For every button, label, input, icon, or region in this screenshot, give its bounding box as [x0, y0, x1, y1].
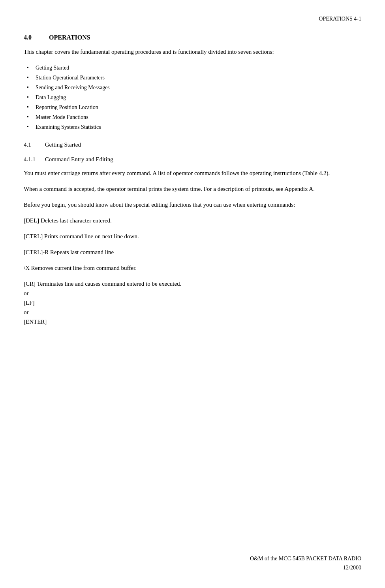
intro-paragraph: This chapter covers the fundamental oper…: [24, 47, 361, 57]
list-item: Sending and Receiving Messages: [24, 83, 361, 92]
page-header: OPERATIONS 4-1: [24, 16, 361, 22]
subsection-41-title: Getting Started: [45, 141, 81, 148]
cr-line2: or: [24, 288, 361, 298]
subsection-411-number: 4.1.1: [24, 156, 43, 163]
section-title: 4.0 OPERATIONS: [24, 34, 361, 41]
paragraph-1: You must enter carriage returns after ev…: [24, 168, 361, 178]
page-footer: O&M of the MCC-545B PACKET DATA RADIO 12…: [250, 554, 361, 572]
subsection-411: 4.1.1 Command Entry and Editing: [24, 156, 361, 163]
footer-line2: 12/2000: [250, 564, 361, 572]
list-item: Data Logging: [24, 92, 361, 102]
list-item: Examining Systems Statistics: [24, 122, 361, 132]
command-backslash-x: \X Removes current line from command buf…: [24, 263, 361, 273]
list-item: Station Operational Parameters: [24, 73, 361, 83]
subsection-41-number: 4.1: [24, 141, 43, 148]
list-item: Reporting Position Location: [24, 102, 361, 112]
command-cr-block: [CR] Terminates line and causes command …: [24, 279, 361, 326]
command-del: [DEL] Deletes last character entered.: [24, 216, 361, 225]
list-item: Master Mode Functions: [24, 112, 361, 122]
section-number: 4.0: [24, 34, 47, 41]
subsection-41: 4.1 Getting Started: [24, 141, 361, 148]
paragraph-3: Before you begin, you should know about …: [24, 200, 361, 209]
section-heading: OPERATIONS: [49, 34, 90, 41]
list-item: Getting Started: [24, 63, 361, 73]
header-text: OPERATIONS 4-1: [319, 16, 361, 22]
cr-line1: [CR] Terminates line and causes command …: [24, 279, 361, 288]
command-ctrl-r: [CTRL]-R Repeats last command line: [24, 247, 361, 257]
paragraph-2: When a command is accepted, the operator…: [24, 184, 361, 194]
cr-line4: or: [24, 307, 361, 317]
bullet-list: Getting Started Station Operational Para…: [24, 63, 361, 132]
cr-line3: [LF]: [24, 298, 361, 307]
cr-line5: [ENTER]: [24, 317, 361, 326]
footer-line1: O&M of the MCC-545B PACKET DATA RADIO: [250, 554, 361, 563]
command-ctrl: [CTRL] Prints command line on next line …: [24, 232, 361, 241]
subsection-411-title: Command Entry and Editing: [45, 156, 113, 162]
page: OPERATIONS 4-1 4.0 OPERATIONS This chapt…: [0, 0, 385, 588]
